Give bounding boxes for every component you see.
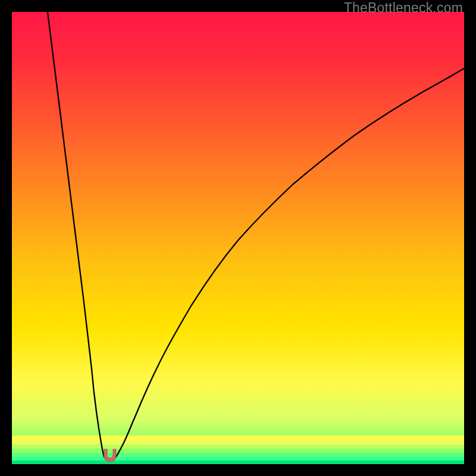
- chart-frame: TheBottleneck.com: [0, 0, 476, 476]
- curve-layer: [12, 12, 464, 464]
- watermark-text: TheBottleneck.com: [344, 0, 463, 16]
- cusp-marker-icon: [104, 449, 116, 462]
- plot-area: [12, 12, 464, 464]
- curve-left-branch: [48, 12, 104, 457]
- curve-right-branch: [116, 68, 464, 457]
